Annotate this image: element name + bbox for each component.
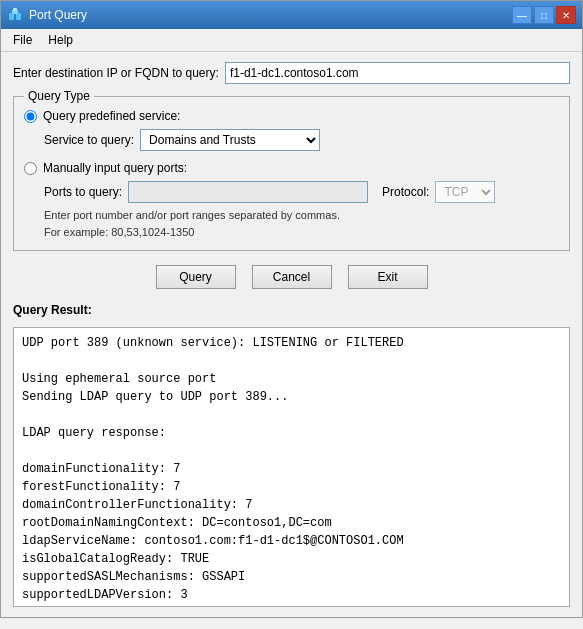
svg-rect-3	[13, 8, 17, 11]
service-label: Service to query:	[44, 133, 134, 147]
manual-radio-label[interactable]: Manually input query ports:	[43, 161, 187, 175]
results-line: forestFunctionality: 7	[22, 478, 561, 496]
hint-line2: For example: 80,53,1024-1350	[44, 226, 194, 238]
protocol-label: Protocol:	[382, 185, 429, 199]
main-window: Port Query — □ ✕ File Help Enter destina…	[0, 0, 583, 618]
button-row: Query Cancel Exit	[13, 259, 570, 295]
results-line: LDAP query response:	[22, 424, 561, 442]
results-line	[22, 352, 561, 370]
predefined-radio-row: Query predefined service:	[24, 109, 559, 123]
results-line: domainControllerFunctionality: 7	[22, 496, 561, 514]
results-line	[22, 442, 561, 460]
dest-label: Enter destination IP or FQDN to query:	[13, 66, 219, 80]
main-content: Enter destination IP or FQDN to query: Q…	[1, 52, 582, 617]
title-bar-left: Port Query	[7, 7, 87, 23]
close-button[interactable]: ✕	[556, 6, 576, 24]
results-line: domainFunctionality: 7	[22, 460, 561, 478]
title-bar: Port Query — □ ✕	[1, 1, 582, 29]
window-controls: — □ ✕	[512, 6, 576, 24]
file-menu[interactable]: File	[5, 31, 40, 49]
svg-rect-1	[16, 13, 21, 20]
help-menu[interactable]: Help	[40, 31, 81, 49]
results-line: supportedLDAPVersion: 3	[22, 586, 561, 604]
manual-radio-row: Manually input query ports:	[24, 161, 559, 175]
results-line: UDP port 389 (unknown service): LISTENIN…	[22, 334, 561, 352]
results-label: Query Result:	[13, 303, 570, 317]
hint-line1: Enter port number and/or port ranges sep…	[44, 209, 340, 221]
results-line: supportedLDAPPolicies: MaxPoolThreads	[22, 604, 561, 607]
exit-button[interactable]: Exit	[348, 265, 428, 289]
service-select[interactable]: Domains and Trusts DNS HTTP HTTPS LDAP N…	[140, 129, 320, 151]
results-line: isGlobalCatalogReady: TRUE	[22, 550, 561, 568]
results-line: Using ephemeral source port	[22, 370, 561, 388]
predefined-radio-label[interactable]: Query predefined service:	[43, 109, 180, 123]
window-title: Port Query	[29, 8, 87, 22]
dest-input[interactable]	[225, 62, 570, 84]
minimize-button[interactable]: —	[512, 6, 532, 24]
ports-label: Ports to query:	[44, 185, 122, 199]
results-line	[22, 406, 561, 424]
ports-input[interactable]	[128, 181, 368, 203]
manual-radio[interactable]	[24, 162, 37, 175]
query-type-group: Query Type Query predefined service: Ser…	[13, 96, 570, 251]
results-line: ldapServiceName: contoso1.com:f1-d1-dc1$…	[22, 532, 561, 550]
app-icon	[7, 7, 23, 23]
hint-text: Enter port number and/or port ranges sep…	[44, 207, 559, 240]
menu-bar: File Help	[1, 29, 582, 52]
predefined-radio[interactable]	[24, 110, 37, 123]
cancel-button[interactable]: Cancel	[252, 265, 332, 289]
maximize-button[interactable]: □	[534, 6, 554, 24]
service-row: Service to query: Domains and Trusts DNS…	[44, 129, 559, 151]
ports-row: Ports to query: Protocol: TCP UDP Both	[44, 181, 559, 203]
svg-rect-0	[9, 13, 14, 20]
query-type-legend: Query Type	[24, 89, 94, 103]
protocol-select[interactable]: TCP UDP Both	[435, 181, 495, 203]
results-line: rootDomainNamingContext: DC=contoso1,DC=…	[22, 514, 561, 532]
results-line: Sending LDAP query to UDP port 389...	[22, 388, 561, 406]
results-box[interactable]: UDP port 389 (unknown service): LISTENIN…	[13, 327, 570, 607]
results-line: supportedSASLMechanisms: GSSAPI	[22, 568, 561, 586]
query-button[interactable]: Query	[156, 265, 236, 289]
destination-row: Enter destination IP or FQDN to query:	[13, 62, 570, 84]
